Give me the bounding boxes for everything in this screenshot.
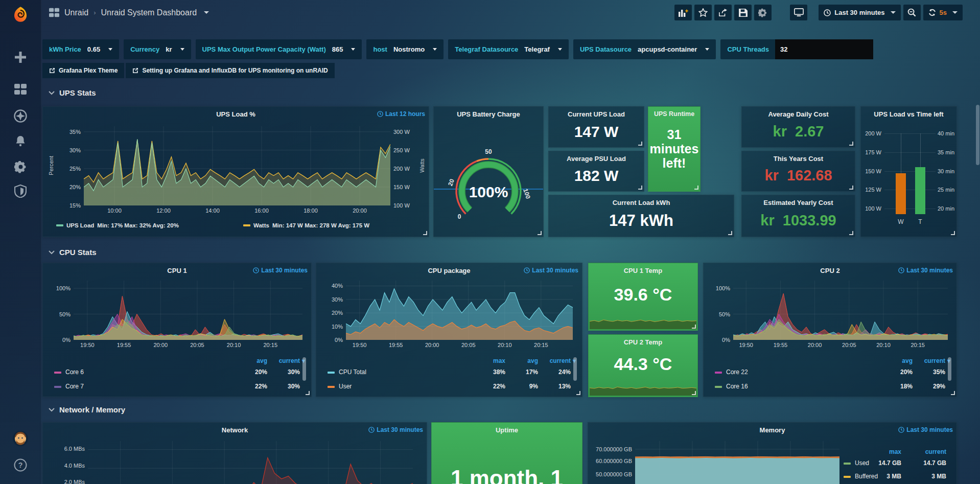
panel-title[interactable]: Average Daily Cost xyxy=(742,110,855,118)
legend-row-core16: Core 16 18%29% xyxy=(704,383,956,392)
bar-chart[interactable] xyxy=(884,133,936,209)
legend-series-name[interactable]: Buffered xyxy=(855,473,878,480)
panel-title[interactable]: UPS Runtime xyxy=(648,110,700,118)
configuration-gear-icon[interactable] xyxy=(0,156,41,177)
network-chart[interactable] xyxy=(88,441,413,484)
legend-series-name[interactable]: Watts xyxy=(253,222,269,228)
add-panel-button[interactable] xyxy=(674,5,692,20)
star-button[interactable] xyxy=(694,5,712,20)
page-scrollbar[interactable] xyxy=(976,105,979,165)
panel-title[interactable]: CPU 1 Temp xyxy=(589,267,697,274)
variable-telegraf-datasource[interactable]: Telegraf DatasourceTelegraf xyxy=(448,39,569,59)
variable-ups-datasource[interactable]: UPS Datasourceapcupsd-container xyxy=(573,39,716,59)
panel-time-range[interactable]: Last 30 minutes xyxy=(898,426,953,433)
panel-current-ups-load: Current UPS Load 147 W xyxy=(548,106,644,148)
panel-title[interactable]: This Years Cost xyxy=(742,155,855,163)
legend-col-current[interactable]: current xyxy=(279,357,300,364)
cpu1-chart[interactable] xyxy=(74,281,302,340)
external-link-icon xyxy=(49,67,55,74)
create-plus-icon[interactable] xyxy=(0,47,41,67)
cpu2-chart[interactable] xyxy=(733,281,948,340)
server-admin-shield-icon[interactable] xyxy=(0,181,41,201)
link-ups-monitoring-guide[interactable]: Setting up Grafana and InfluxDB for UPS … xyxy=(126,63,334,78)
section-network-memory[interactable]: Network / Memory xyxy=(49,405,125,414)
legend-row-cpu-total: CPU Total 38%17%24% xyxy=(316,368,582,378)
legend-series-name[interactable]: Core 16 xyxy=(726,383,748,390)
section-ups-stats[interactable]: UPS Stats xyxy=(49,88,96,97)
chevron-down-icon xyxy=(180,48,184,51)
link-grafana-plex-theme[interactable]: Grafana Plex Theme xyxy=(42,63,124,78)
dashboard-grid-icon[interactable] xyxy=(49,8,59,18)
variable-kwh-price[interactable]: kWh Price0.65 xyxy=(42,39,119,59)
legend-scrollbar[interactable] xyxy=(573,357,577,381)
refresh-caret-icon xyxy=(952,11,958,14)
cpu-package-chart[interactable] xyxy=(346,281,573,340)
dashboards-icon[interactable] xyxy=(0,79,41,100)
legend-col-avg[interactable]: avg xyxy=(902,357,913,364)
help-icon[interactable]: ? xyxy=(0,455,41,475)
panel-time-range[interactable]: Last 30 minutes xyxy=(898,267,953,274)
zoom-out-button[interactable] xyxy=(903,5,921,20)
legend-col-current[interactable]: current xyxy=(925,448,946,455)
user-avatar[interactable] xyxy=(0,428,41,449)
x-tick-label: 20:05 xyxy=(842,342,856,348)
panel-title[interactable]: Average PSU Load xyxy=(549,155,644,163)
nav-actions: Last 30 minutes 5s xyxy=(674,5,963,20)
panel-title[interactable]: Estimated Yearly Cost xyxy=(742,199,855,206)
variable-currency[interactable]: Currencykr xyxy=(124,39,191,59)
dashboard-caret-down-icon[interactable] xyxy=(204,11,209,14)
legend-series-name[interactable]: Core 22 xyxy=(726,368,748,376)
save-button[interactable] xyxy=(734,5,752,20)
x-tick-label: 19:50 xyxy=(353,342,367,348)
share-button[interactable] xyxy=(714,5,732,20)
y-left-tick-label: 0% xyxy=(62,337,71,343)
variable-host[interactable]: hostNostromo xyxy=(366,39,444,59)
panel-title[interactable]: Current UPS Load xyxy=(549,110,644,118)
breadcrumb-dashboard-title[interactable]: Unraid System Dashboard xyxy=(101,8,197,17)
grafana-logo-icon[interactable] xyxy=(0,4,41,25)
panel-time-range[interactable]: Last 30 minutes xyxy=(368,426,423,433)
panel-time-range[interactable]: Last 30 minutes xyxy=(524,267,578,274)
legend-row-used: Used 14.7 GB14.7 GB xyxy=(832,459,956,469)
breadcrumb-app[interactable]: Unraid xyxy=(64,8,88,17)
legend-series-name[interactable]: Core 6 xyxy=(65,368,84,376)
panel-title[interactable]: UPS Load % xyxy=(43,110,429,118)
chevron-down-icon xyxy=(558,48,562,51)
panel-time-range[interactable]: Last 30 minutes xyxy=(253,267,308,274)
ups-load-chart[interactable] xyxy=(84,126,390,205)
time-range-picker[interactable]: Last 30 minutes xyxy=(819,5,900,20)
legend-col-current[interactable]: current xyxy=(924,357,945,364)
cycle-view-monitor-icon[interactable] xyxy=(790,5,807,20)
dashboard-settings-gear-icon[interactable] xyxy=(754,5,772,20)
refresh-button[interactable]: 5s xyxy=(923,5,963,20)
stat-value: 182 W xyxy=(549,167,644,185)
memory-chart[interactable] xyxy=(635,441,839,484)
panel-title[interactable]: Current Load kWh xyxy=(549,199,734,206)
explore-compass-icon[interactable] xyxy=(0,106,41,126)
y-left-tick-label: 0% xyxy=(335,337,343,343)
panel-title[interactable]: CPU 2 Temp xyxy=(589,338,697,346)
legend-series-name[interactable]: UPS Load xyxy=(66,222,94,228)
legend-scrollbar[interactable] xyxy=(948,357,951,381)
bar-x-labels: WT xyxy=(884,218,936,225)
alerting-bell-icon[interactable] xyxy=(0,131,41,151)
legend-series-name[interactable]: Used xyxy=(855,459,869,467)
legend-series-name[interactable]: Core 7 xyxy=(65,383,84,390)
legend-series-name[interactable]: User xyxy=(339,383,352,390)
temp-sparkline xyxy=(590,315,696,329)
legend-col-current[interactable]: current xyxy=(550,357,571,364)
y-left-tick-label: 125 W xyxy=(865,187,881,193)
legend-col-avg[interactable]: avg xyxy=(256,357,267,364)
section-cpu-stats[interactable]: CPU Stats xyxy=(49,248,97,257)
panel-title[interactable]: Uptime xyxy=(432,426,582,434)
panel-time-range[interactable]: Last 12 hours xyxy=(377,110,425,118)
gridline xyxy=(884,209,936,209)
legend-col-avg[interactable]: avg xyxy=(527,357,538,364)
legend-col-max[interactable]: max xyxy=(889,448,901,455)
cpu-threads-input[interactable] xyxy=(775,39,873,59)
variable-ups-max-output[interactable]: UPS Max Output Power Capacity (Watt)865 xyxy=(196,39,362,59)
legend-scrollbar[interactable] xyxy=(302,357,306,381)
panel-title[interactable]: UPS Load vs Time left xyxy=(861,110,956,118)
legend-series-name[interactable]: CPU Total xyxy=(339,368,366,376)
legend-col-max[interactable]: max xyxy=(493,357,505,364)
